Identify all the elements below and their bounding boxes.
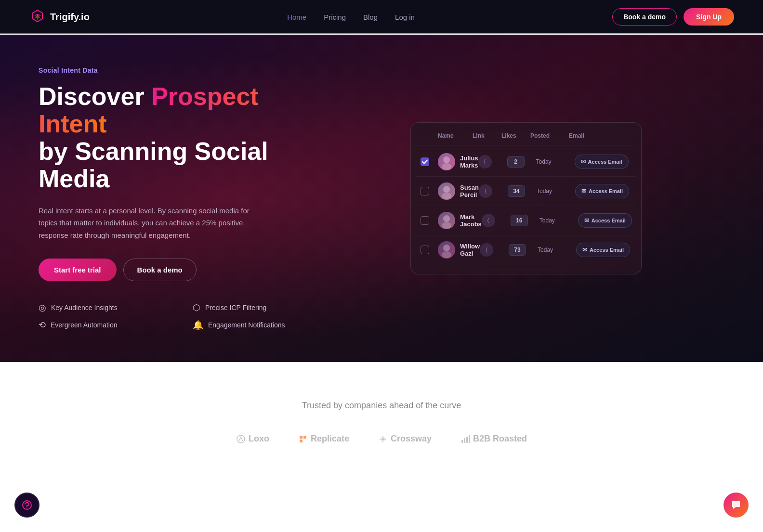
row-checkbox-julius[interactable]	[421, 157, 429, 166]
susan-likes: 34	[508, 185, 525, 197]
mark-access-email-button[interactable]: ✉ Access Email	[578, 213, 632, 228]
willow-likes: 73	[509, 244, 526, 256]
notifications-icon: 🔔	[193, 320, 203, 330]
mark-name-cell: Mark Jacobs	[438, 212, 482, 229]
feature-automation-label: Evergreen Automation	[51, 321, 118, 329]
willow-avatar	[438, 241, 455, 259]
svg-rect-12	[461, 440, 463, 443]
nav-actions: Book a demo Sign Up	[612, 8, 734, 26]
willow-posted: Today	[538, 247, 576, 253]
row-checkbox-mark[interactable]	[421, 216, 429, 225]
svg-point-1	[442, 163, 451, 170]
willow-share-btn[interactable]: ⟨	[480, 243, 493, 257]
email-icon: ✉	[582, 247, 587, 253]
hero-section: Social Intent Data Discover Prospect Int…	[0, 35, 763, 362]
svg-rect-15	[469, 435, 470, 443]
email-icon: ✉	[581, 188, 586, 195]
feature-notifications: 🔔 Engagement Notifications	[193, 320, 328, 330]
start-trial-button[interactable]: Start free trial	[39, 259, 117, 281]
trusted-title: Trusted by companies ahead of the curve	[29, 401, 734, 411]
automation-icon: ⟲	[39, 320, 46, 330]
svg-point-5	[442, 222, 451, 229]
susan-posted: Today	[537, 188, 575, 195]
mark-avatar	[438, 212, 455, 229]
icp-filtering-icon: ⬡	[193, 302, 200, 313]
svg-point-6	[443, 245, 450, 251]
mark-posted: Today	[539, 217, 578, 224]
julius-name-cell: Julius Marks	[438, 153, 478, 170]
feature-audience-insights: ◎ Key Audience Insights	[39, 302, 173, 313]
table-row: Julius Marks ⟨ 2 Today ✉ Access Email	[416, 147, 636, 177]
julius-access-email-button[interactable]: ✉ Access Email	[575, 155, 629, 169]
logo-area: Trigify.io	[29, 8, 90, 26]
nav-login[interactable]: Log in	[395, 13, 415, 21]
logo-loxo: Loxo	[236, 434, 269, 444]
book-demo-button[interactable]: Book a demo	[612, 8, 677, 26]
table-row: Willow Gazi ⟨ 73 Today ✉ Access Email	[416, 235, 636, 264]
susan-name-cell: Susan Percil	[438, 182, 479, 200]
table-header: Name Link Likes Posted Email	[416, 132, 636, 145]
susan-avatar	[438, 182, 455, 200]
susan-share-btn[interactable]: ⟨	[479, 184, 492, 198]
table-row: Mark Jacobs ⟨ 16 Today ✉ Access Email	[416, 206, 636, 235]
navbar: Trigify.io Home Pricing Blog Log in Book…	[0, 0, 763, 35]
row-checkbox-willow[interactable]	[421, 246, 429, 254]
julius-posted: Today	[536, 158, 575, 165]
julius-share-btn[interactable]: ⟨	[478, 155, 492, 169]
nav-pricing[interactable]: Pricing	[324, 13, 346, 21]
susan-name: Susan Percil	[460, 184, 479, 198]
prospect-table: Name Link Likes Posted Email Julius Mark…	[410, 122, 642, 274]
svg-point-2	[443, 186, 450, 193]
logo-crossway: Crossway	[378, 434, 432, 444]
svg-point-7	[442, 251, 451, 258]
svg-point-0	[443, 156, 450, 163]
feature-notifications-label: Engagement Notifications	[208, 321, 285, 329]
hero-right: Name Link Likes Posted Email Julius Mark…	[328, 122, 724, 274]
feature-automation: ⟲ Evergreen Automation	[39, 320, 173, 330]
hero-description: Real intent starts at a personal level. …	[39, 205, 270, 242]
col-link: Link	[473, 132, 501, 139]
sign-up-button[interactable]: Sign Up	[684, 8, 734, 26]
julius-name: Julius Marks	[460, 155, 478, 169]
hero-left: Social Intent Data Discover Prospect Int…	[39, 66, 328, 330]
audience-insights-icon: ◎	[39, 302, 46, 313]
julius-avatar	[438, 153, 455, 170]
hero-buttons: Start free trial Book a demo	[39, 259, 328, 281]
feature-audience-label: Key Audience Insights	[51, 304, 118, 311]
willow-access-email-button[interactable]: ✉ Access Email	[576, 243, 630, 257]
willow-name: Willow Gazi	[460, 243, 480, 257]
trusted-logos: Loxo Replicate Crossway B2B Roasted	[29, 434, 734, 444]
col-name: Name	[438, 132, 473, 139]
row-checkbox-susan[interactable]	[421, 187, 429, 195]
trusted-section: Trusted by companies ahead of the curve …	[0, 362, 763, 473]
logo-icon	[29, 8, 46, 26]
nav-blog[interactable]: Blog	[363, 13, 378, 21]
mark-likes: 16	[511, 215, 528, 226]
julius-likes: 2	[507, 156, 525, 168]
col-posted: Posted	[530, 132, 569, 139]
svg-rect-9	[300, 436, 303, 439]
svg-point-3	[442, 193, 451, 199]
table-row: Susan Percil ⟨ 34 Today ✉ Access Email	[416, 177, 636, 206]
feature-icp-filtering: ⬡ Precise ICP Filtering	[193, 302, 328, 313]
book-demo-hero-button[interactable]: Book a demo	[123, 259, 197, 281]
svg-rect-14	[466, 437, 468, 443]
mark-share-btn[interactable]: ⟨	[482, 214, 495, 227]
svg-point-4	[443, 215, 450, 222]
hero-features: ◎ Key Audience Insights ⬡ Precise ICP Fi…	[39, 302, 328, 330]
logo-b2broasted: B2B Roasted	[460, 434, 527, 444]
nav-home[interactable]: Home	[287, 13, 306, 21]
logo-text: Trigify.io	[50, 12, 90, 23]
hero-badge: Social Intent Data	[39, 66, 328, 74]
svg-rect-13	[464, 438, 465, 443]
susan-access-email-button[interactable]: ✉ Access Email	[575, 184, 629, 198]
hero-title-line2: by Scanning Social Media	[39, 137, 268, 193]
email-icon: ✉	[584, 217, 589, 224]
hero-title-plain: Discover	[39, 82, 151, 110]
svg-rect-11	[300, 440, 303, 442]
col-email: Email	[569, 132, 631, 139]
feature-icp-label: Precise ICP Filtering	[205, 304, 266, 311]
hero-title: Discover Prospect Intent by Scanning Soc…	[39, 83, 328, 193]
email-icon: ✉	[581, 158, 586, 165]
svg-rect-10	[303, 436, 306, 439]
